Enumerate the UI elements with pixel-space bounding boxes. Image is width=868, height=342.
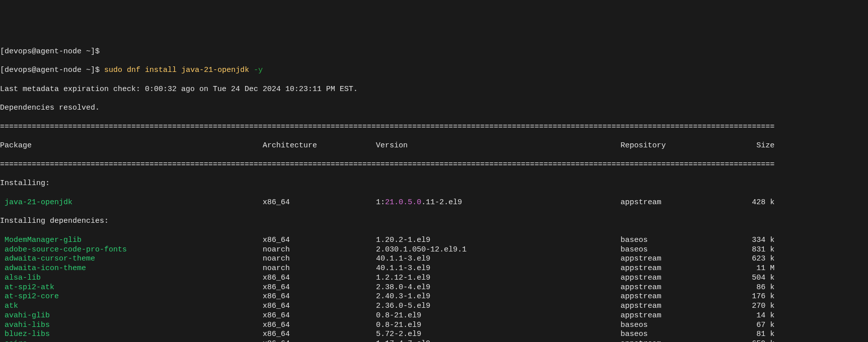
dependency-row: alsa-lib x86_64 1.2.12-1.el9 appstream 5… [0, 274, 868, 283]
package-size: 831 k [743, 245, 774, 254]
package-version: 40.1.1-3.el9 [376, 264, 620, 273]
package-name: bluez-libs [0, 330, 50, 338]
package-repo: appstream [620, 302, 743, 310]
dependency-row: adwaita-cursor-theme noarch 40.1.1-3.el9… [0, 254, 868, 264]
package-size: 334 k [743, 236, 774, 244]
package-size: 176 k [743, 292, 774, 301]
package-arch: x86_64 [263, 302, 376, 310]
package-name: alsa-lib [0, 274, 41, 282]
package-name: at-spi2-core [0, 292, 59, 301]
package-arch: noarch [263, 245, 376, 254]
package-size: 659 k [743, 339, 774, 342]
package-size: 67 k [743, 321, 774, 329]
package-arch: x86_64 [263, 283, 376, 292]
package-repo: appstream [620, 274, 743, 282]
package-repo: appstream [620, 283, 743, 292]
package-name: atk [0, 302, 18, 310]
package-arch: x86_64 [263, 236, 376, 244]
divider-top: ========================================… [0, 123, 868, 132]
package-arch: x86_64 [263, 292, 376, 301]
package-version: 1.20.2-1.el9 [376, 236, 620, 244]
terminal-output[interactable]: [devops@agent-node ~]$ [devops@agent-nod… [0, 38, 868, 342]
package-arch: x86_64 [263, 339, 376, 342]
package-repo: appstream [620, 339, 743, 342]
package-name: adwaita-icon-theme [0, 264, 86, 273]
package-arch: x86_64 [263, 330, 376, 338]
package-version: 2.38.0-4.el9 [376, 283, 620, 292]
package-version: 2.40.3-1.el9 [376, 292, 620, 301]
package-repo: baseos [620, 321, 743, 329]
package-version: 1:21.0.5.0.11-2.el9 [376, 198, 620, 207]
package-name: ModemManager-glib [0, 236, 82, 244]
package-size: 428 k [743, 198, 774, 207]
package-version: 0.8-21.el9 [376, 321, 620, 329]
dependency-row: avahi-libs x86_64 0.8-21.el9 baseos 67 k [0, 321, 868, 330]
deps-resolved-line: Dependencies resolved. [0, 104, 868, 113]
dependency-row: atk x86_64 2.36.0-5.el9 appstream 270 k [0, 302, 868, 311]
dependency-row: bluez-libs x86_64 5.72-2.el9 baseos 81 k [0, 330, 868, 339]
main-package-row: java-21-openjdk x86_64 1:21.0.5.0.11-2.e… [0, 198, 868, 208]
dependency-row: at-spi2-core x86_64 2.40.3-1.el9 appstre… [0, 292, 868, 302]
dependency-row: adwaita-icon-theme noarch 40.1.1-3.el9 a… [0, 264, 868, 274]
package-size: 623 k [743, 254, 774, 263]
package-size: 270 k [743, 302, 774, 310]
package-arch: noarch [263, 254, 376, 263]
package-name: adwaita-cursor-theme [0, 254, 95, 263]
section-deps: Installing dependencies: [0, 217, 868, 226]
package-version: 2.030.1.050-12.el9.1 [376, 245, 620, 254]
package-size: 14 k [743, 311, 774, 320]
package-arch: x86_64 [263, 311, 376, 320]
package-size: 81 k [743, 330, 774, 338]
dependency-list: ModemManager-glib x86_64 1.20.2-1.el9 ba… [0, 236, 868, 342]
package-size: 11 M [743, 264, 774, 273]
package-arch: x86_64 [263, 198, 376, 207]
package-repo: baseos [620, 236, 743, 244]
package-name: avahi-libs [0, 321, 50, 329]
package-size: 86 k [743, 283, 774, 292]
package-name: adobe-source-code-pro-fonts [0, 245, 127, 254]
divider-mid: ========================================… [0, 160, 868, 170]
section-installing: Installing: [0, 179, 868, 189]
package-repo: appstream [620, 254, 743, 263]
package-name: java-21-openjdk [0, 198, 72, 207]
package-name: cairo [0, 339, 27, 342]
shell-prompt: [devops@agent-node ~]$ [0, 66, 104, 74]
package-version: 0.8-21.el9 [376, 311, 620, 320]
package-version: 5.72-2.el9 [376, 330, 620, 338]
dependency-row: adobe-source-code-pro-fonts noarch 2.030… [0, 245, 868, 255]
package-version: 2.36.0-5.el9 [376, 302, 620, 310]
package-version: 1.2.12-1.el9 [376, 274, 620, 282]
dependency-row: at-spi2-atk x86_64 2.38.0-4.el9 appstrea… [0, 283, 868, 293]
package-version: 1.17.4-7.el9 [376, 339, 620, 342]
package-arch: x86_64 [263, 321, 376, 329]
dependency-row: ModemManager-glib x86_64 1.20.2-1.el9 ba… [0, 236, 868, 245]
package-repo: appstream [620, 264, 743, 273]
prompt-command: [devops@agent-node ~]$ sudo dnf install … [0, 66, 868, 75]
package-version: 40.1.1-3.el9 [376, 254, 620, 263]
dependency-row: avahi-glib x86_64 0.8-21.el9 appstream 1… [0, 311, 868, 321]
package-repo: appstream [620, 198, 743, 207]
command-text: sudo dnf install java-21-openjdk [104, 66, 249, 74]
package-repo: baseos [620, 245, 743, 254]
package-name: at-spi2-atk [0, 283, 54, 292]
prompt-empty: [devops@agent-node ~]$ [0, 47, 868, 57]
package-arch: noarch [263, 264, 376, 273]
command-flag: -y [254, 66, 263, 74]
package-repo: appstream [620, 292, 743, 301]
shell-prompt: [devops@agent-node ~]$ [0, 47, 100, 56]
package-repo: baseos [620, 330, 743, 338]
dependency-row: cairo x86_64 1.17.4-7.el9 appstream 659 … [0, 339, 868, 342]
package-name: avahi-glib [0, 311, 50, 320]
package-arch: x86_64 [263, 274, 376, 282]
metadata-line: Last metadata expiration check: 0:00:32 … [0, 85, 868, 95]
package-repo: appstream [620, 311, 743, 320]
package-size: 504 k [743, 274, 774, 282]
table-header: Package Architecture Version Repository … [0, 141, 868, 151]
